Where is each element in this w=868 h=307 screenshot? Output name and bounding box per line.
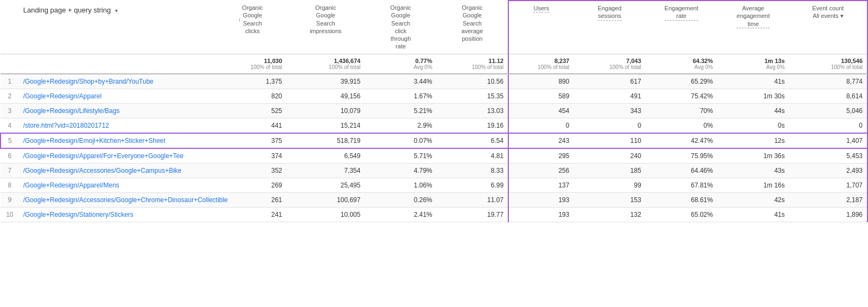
row-page: /Google+Redesign/Shop+by+Brand/YouTube xyxy=(19,74,215,89)
row-ctr: 5.71% xyxy=(365,148,436,164)
totals-ctr-sub: Avg 0% xyxy=(369,64,432,70)
row-ctr: 1.06% xyxy=(365,178,436,192)
table-row[interactable]: 5/Google+Redesign/Emoji+Kitchen+Sticker+… xyxy=(1,133,867,148)
row-page: /Google+Redesign/Apparel xyxy=(19,89,215,103)
row-engaged-sessions: 153 xyxy=(573,192,645,207)
row-avg-engagement-time: 12s xyxy=(717,133,789,148)
table-row[interactable]: 2/Google+Redesign/Apparel82049,1561.67%1… xyxy=(1,89,867,103)
row-users: 243 xyxy=(508,133,573,148)
index-header xyxy=(1,1,19,54)
row-engaged-sessions: 132 xyxy=(573,207,645,222)
row-page: /Google+Redesign/Apparel/Mens xyxy=(19,178,215,192)
row-index: 10 xyxy=(1,207,19,222)
row-impressions: 39,915 xyxy=(286,74,365,89)
row-page: /Google+Redesign/Accessories/Google+Camp… xyxy=(19,163,215,178)
row-index: 1 xyxy=(1,74,19,89)
row-engagement-rate: 70% xyxy=(646,103,717,118)
chevron-down-icon: ▾ xyxy=(840,12,844,19)
row-page: /Google+Redesign/Accessories/Google+Chro… xyxy=(19,192,215,207)
totals-users-cell: 8,237 100% of total xyxy=(508,54,573,74)
row-index: 9 xyxy=(1,192,19,207)
row-avg-engagement-time: 44s xyxy=(717,103,789,118)
totals-page-cell xyxy=(19,54,215,74)
row-engaged-sessions: 491 xyxy=(573,89,645,103)
row-users: 193 xyxy=(508,192,573,207)
totals-clicks-value: 11,030 xyxy=(264,58,282,64)
totals-engagement-rate-sub: Avg 0% xyxy=(650,64,713,70)
row-clicks: 241 xyxy=(215,207,286,222)
row-avg-engagement-time: 42s xyxy=(717,192,789,207)
totals-clicks-sub: 100% of total xyxy=(219,64,282,70)
row-index: 2 xyxy=(1,89,19,103)
row-engaged-sessions: 99 xyxy=(573,178,645,192)
row-engagement-rate: 67.81% xyxy=(646,178,717,192)
row-index: 7 xyxy=(1,163,19,178)
row-position: 15.35 xyxy=(437,89,508,103)
event-count-header-label: Event count xyxy=(812,4,844,12)
row-avg-engagement-time: 1m 16s xyxy=(717,178,789,192)
impressions-col-header: OrganicGoogleSearchimpressions xyxy=(286,1,365,54)
row-engagement-rate: 65.02% xyxy=(646,207,717,222)
event-count-col-header: Event count All events ▾ xyxy=(789,1,867,54)
row-users: 295 xyxy=(508,148,573,164)
totals-engaged-sessions-cell: 7,043 100% of total xyxy=(573,54,645,74)
impressions-header-label: OrganicGoogleSearchimpressions xyxy=(310,4,342,34)
row-impressions: 6,549 xyxy=(286,148,365,164)
totals-users-value: 8,237 xyxy=(554,58,570,64)
table-row[interactable]: 10/Google+Redesign/Stationery/Stickers24… xyxy=(1,207,867,222)
users-header-label: Users xyxy=(533,4,549,12)
engaged-sessions-col-header: Engagedsessions xyxy=(573,1,645,54)
clicks-header-label: OrganicGoogleSearchclicks xyxy=(242,4,263,35)
table-row[interactable]: 1/Google+Redesign/Shop+by+Brand/YouTube1… xyxy=(1,74,867,89)
row-impressions: 49,156 xyxy=(286,89,365,103)
row-event-count: 5,453 xyxy=(789,148,867,164)
row-ctr: 2.9% xyxy=(365,118,436,133)
row-engagement-rate: 64.46% xyxy=(646,163,717,178)
row-position: 11.07 xyxy=(437,192,508,207)
row-users: 0 xyxy=(508,118,573,133)
row-index: 6 xyxy=(1,148,19,164)
table-row[interactable]: 6/Google+Redesign/Apparel/For+Everyone+G… xyxy=(1,148,867,164)
table-row[interactable]: 3/Google+Redesign/Lifestyle/Bags52510,07… xyxy=(1,103,867,118)
row-impressions: 100,697 xyxy=(286,192,365,207)
row-impressions: 10,005 xyxy=(286,207,365,222)
row-engagement-rate: 75.42% xyxy=(646,89,717,103)
row-users: 256 xyxy=(508,163,573,178)
engaged-sessions-header-label: Engagedsessions xyxy=(598,4,622,21)
table-row[interactable]: 8/Google+Redesign/Apparel/Mens26925,4951… xyxy=(1,178,867,192)
row-position: 4.81 xyxy=(437,148,508,164)
row-position: 13.03 xyxy=(437,103,508,118)
table-row[interactable]: 9/Google+Redesign/Accessories/Google+Chr… xyxy=(1,192,867,207)
row-clicks: 525 xyxy=(215,103,286,118)
row-engagement-rate: 75.95% xyxy=(646,148,717,164)
row-page: /store.html?vid=20180201712 xyxy=(19,118,215,133)
dropdown-icon[interactable]: ▾ xyxy=(115,8,118,14)
row-impressions: 518,719 xyxy=(286,133,365,148)
totals-engagement-rate-cell: 64.32% Avg 0% xyxy=(646,54,717,74)
totals-position-value: 11.12 xyxy=(489,58,504,64)
totals-avg-engagement-time-sub: Avg 0% xyxy=(722,64,784,70)
totals-engaged-sessions-value: 7,043 xyxy=(626,58,641,64)
row-index: 8 xyxy=(1,178,19,192)
row-clicks: 441 xyxy=(215,118,286,133)
all-events-dropdown[interactable]: All events ▾ xyxy=(813,12,844,19)
row-engagement-rate: 68.61% xyxy=(646,192,717,207)
table-row[interactable]: 7/Google+Redesign/Accessories/Google+Cam… xyxy=(1,163,867,178)
row-clicks: 269 xyxy=(215,178,286,192)
row-impressions: 15,214 xyxy=(286,118,365,133)
row-avg-engagement-time: 0s xyxy=(717,118,789,133)
users-col-header: Users xyxy=(508,1,573,54)
row-engaged-sessions: 240 xyxy=(573,148,645,164)
row-avg-engagement-time: 41s xyxy=(717,74,789,89)
totals-event-count-sub: 100% of total xyxy=(794,64,863,70)
row-page: /Google+Redesign/Lifestyle/Bags xyxy=(19,103,215,118)
totals-clicks-cell: 11,030 100% of total xyxy=(215,54,286,74)
row-event-count: 2,493 xyxy=(789,163,867,178)
page-column-header[interactable]: Landing page + query string ▾ xyxy=(19,1,215,54)
totals-position-sub: 100% of total xyxy=(441,64,503,70)
row-index: 3 xyxy=(1,103,19,118)
row-ctr: 1.67% xyxy=(365,89,436,103)
row-ctr: 5.21% xyxy=(365,103,436,118)
table-row[interactable]: 4/store.html?vid=2018020171244115,2142.9… xyxy=(1,118,867,133)
row-avg-engagement-time: 43s xyxy=(717,163,789,178)
